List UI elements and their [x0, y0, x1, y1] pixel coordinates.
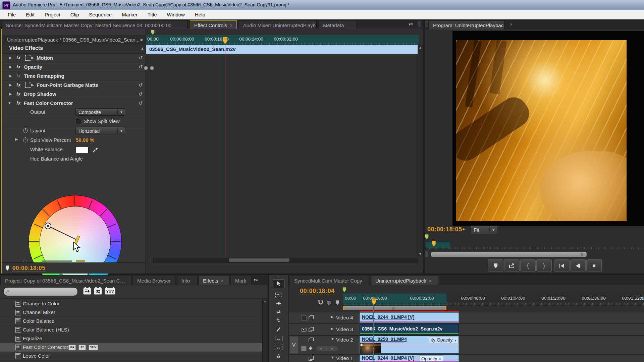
toggle-track-output[interactable]: [301, 315, 307, 321]
reset-effect-icon[interactable]: ↺: [139, 89, 143, 99]
sequence-selector[interactable]: UninterruptedPlayback * 03566_CS6_MusicV…: [2, 35, 146, 45]
sequence-marker-icon[interactable]: [342, 287, 346, 293]
effect-row-opacity[interactable]: ▶ fx Opacity ↺: [2, 62, 146, 72]
clip-video3-selected[interactable]: 03566_CS6_MusicVideo2_Sean.m2v: [360, 324, 459, 335]
scroll-down-icon[interactable]: ▼: [419, 252, 422, 256]
twirl-icon[interactable]: ▼: [331, 337, 334, 341]
play-stop-button[interactable]: ■: [586, 259, 602, 272]
stopwatch-icon[interactable]: [23, 128, 28, 133]
panel-menu-icon[interactable]: ▾≡: [409, 22, 413, 27]
rolling-edit-tool[interactable]: ⇄: [273, 308, 284, 316]
work-area-start[interactable]: [343, 306, 344, 310]
menu-help[interactable]: Help: [190, 10, 210, 19]
playhead-icon[interactable]: [222, 37, 228, 45]
step-back-button[interactable]: [570, 259, 586, 272]
program-timecode[interactable]: 00:00:18:05: [427, 226, 462, 233]
keyframe-nav[interactable]: ◀ ○ ▶: [316, 346, 338, 351]
eyedropper-icon[interactable]: [92, 146, 98, 153]
rate-stretch-tool[interactable]: ↯: [273, 316, 284, 324]
clip-video1[interactable]: NOEL_0244_01.MP4 [V] Opacity ▼: [360, 355, 459, 362]
close-icon[interactable]: ×: [510, 22, 513, 27]
tab-project[interactable]: Project: Copy of 03566_CS6_MusicVideo2_S…: [1, 276, 131, 285]
tab-effect-controls[interactable]: Effect Controls×: [190, 20, 237, 29]
output-dropdown[interactable]: Composite ▼: [75, 108, 125, 116]
pen-tool[interactable]: [273, 353, 284, 361]
keyframe-dot[interactable]: [150, 66, 154, 70]
twirl-icon[interactable]: ▶: [331, 326, 333, 331]
effect-item-leave-color[interactable]: Leave Color: [0, 352, 262, 361]
marker-pin-icon[interactable]: [335, 300, 339, 305]
effect-item-channel-mixer[interactable]: Channel Mixer: [0, 308, 262, 317]
program-video-frame[interactable]: [456, 40, 627, 221]
selection-tool[interactable]: [273, 280, 284, 288]
menu-file[interactable]: File: [3, 10, 21, 19]
clip-nav-icon[interactable]: ▶: [141, 35, 143, 44]
panel-grip-handle[interactable]: [425, 21, 428, 27]
sync-lock-icon[interactable]: [309, 327, 313, 331]
opacity-rubber-band[interactable]: [360, 346, 459, 346]
scrollbar-thumb[interactable]: [229, 258, 289, 262]
effects-search-input[interactable]: ⌕: [3, 287, 78, 296]
reset-effect-icon[interactable]: ↺: [139, 62, 143, 71]
menu-sequence[interactable]: Sequence: [84, 10, 117, 19]
effect-row-four-point-garbage-matte[interactable]: ▶ fx ▶ Four-Point Garbage Matte ↺: [2, 80, 146, 90]
close-icon[interactable]: ×: [221, 278, 224, 284]
menu-project[interactable]: Project: [40, 10, 65, 19]
stopwatch-icon[interactable]: [23, 138, 28, 142]
eye-icon[interactable]: [301, 328, 307, 332]
work-area-end[interactable]: [445, 306, 446, 310]
ripple-edit-tool[interactable]: ◀▶: [273, 299, 284, 307]
effect-item-change-to-color[interactable]: Change to Color: [0, 299, 262, 308]
timeline-ruler[interactable]: 00:00 00:00:16:00 00:00:32:00 00:00:48:0…: [343, 294, 644, 305]
twirl-icon[interactable]: ▶: [15, 137, 18, 141]
track-name[interactable]: Video 1: [336, 355, 353, 362]
scroll-up-icon[interactable]: ▲: [263, 299, 267, 303]
sequence-marker-icon[interactable]: [151, 29, 155, 35]
tab-info[interactable]: Info: [177, 276, 197, 285]
white-balance-swatch[interactable]: [76, 147, 89, 153]
effect-row-motion[interactable]: ▶ fx ▶ Motion ↺: [2, 53, 146, 63]
tab-sequence-syncedmulticam[interactable]: SyncedMultiCam Master Copy: [290, 276, 369, 285]
set-display-style-icon[interactable]: [301, 346, 307, 351]
reset-effect-icon[interactable]: ↺: [139, 80, 143, 89]
yuv-filter-button[interactable]: YUV: [105, 288, 115, 295]
close-icon[interactable]: ×: [230, 23, 232, 28]
twirl-icon[interactable]: ▶: [9, 80, 12, 89]
menu-edit[interactable]: Edit: [21, 10, 40, 19]
clip-video2[interactable]: NOEL_0250_01.MP4 ity:Opacity ▼: [360, 336, 459, 353]
effect-item-fast-color-corrector[interactable]: Fast Color Corrector 32 YUV: [0, 343, 262, 352]
show-keyframes-icon[interactable]: [309, 346, 312, 350]
close-icon[interactable]: ×: [429, 278, 432, 284]
panel-menu-icon[interactable]: ▾≡: [254, 277, 258, 282]
effect-item-equalize[interactable]: Equalize: [0, 334, 262, 343]
panel-grip-handle[interactable]: [418, 21, 421, 27]
snap-icon[interactable]: [318, 300, 323, 305]
go-to-in-button[interactable]: [554, 259, 570, 272]
add-marker-button[interactable]: [488, 259, 503, 272]
reset-effect-icon[interactable]: ↺: [139, 99, 143, 108]
panel-grip-handle[interactable]: [275, 276, 282, 278]
tab-program-monitor[interactable]: Program: UninterruptedPlayback ▼: [429, 20, 504, 29]
twirl-icon[interactable]: ▶: [9, 62, 12, 71]
tab-audio-mixer[interactable]: Audio Mixer: UninterruptedPlayback: [239, 20, 317, 29]
layout-dropdown[interactable]: Horizontal ▼: [75, 127, 125, 134]
twirl-icon[interactable]: ▶: [331, 315, 333, 319]
scrollbar-grip[interactable]: [425, 251, 428, 257]
menu-clip[interactable]: Clip: [65, 10, 84, 19]
menu-window[interactable]: Window: [162, 10, 190, 19]
track-select-tool[interactable]: ➜: [273, 290, 284, 298]
reset-effect-icon[interactable]: ↺: [139, 53, 143, 62]
tab-source-monitor[interactable]: Source: SyncedMultiCam Master Copy: Nest…: [1, 20, 188, 29]
clip-video4[interactable]: NOEL_0244_01.MP4 [V]: [360, 312, 459, 323]
horizontal-scrollbar[interactable]: [153, 258, 418, 263]
track-name[interactable]: Video 3: [336, 326, 353, 333]
twirl-icon[interactable]: ▶: [9, 53, 12, 62]
sync-lock-icon[interactable]: [309, 315, 313, 320]
effect-row-drop-shadow[interactable]: ▶ fx Drop Shadow ↺: [2, 89, 146, 99]
tab-sequence-uninterruptedplayback[interactable]: UninterruptedPlayback×: [371, 276, 438, 285]
tab-mark[interactable]: Mark: [231, 276, 252, 285]
effect-item-color-balance[interactable]: Color Balance: [0, 317, 262, 326]
track-name[interactable]: Video 4: [336, 314, 353, 321]
collapse-section-icon[interactable]: ▲: [141, 46, 144, 50]
effect-item-clipped[interactable]: [0, 360, 262, 362]
